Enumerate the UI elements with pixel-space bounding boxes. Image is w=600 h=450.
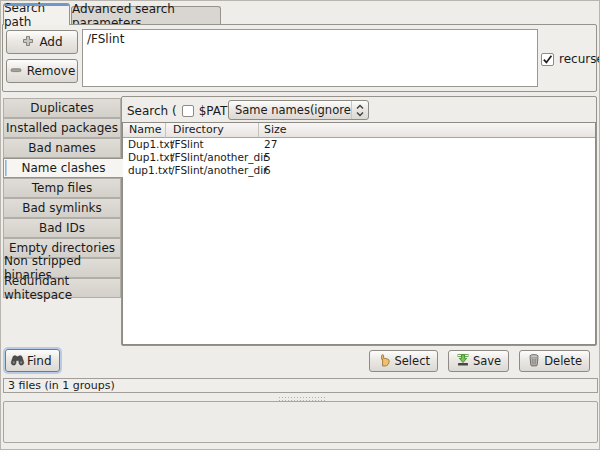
remove-button[interactable]: Remove <box>6 59 78 83</box>
cell-directory: /FSlint/another_dir <box>166 151 259 164</box>
minus-icon <box>9 63 23 80</box>
sidebar-label: Bad symlinks <box>22 201 102 215</box>
results-body: Dup1.txt /FSlint 27 Dup1.txt /FSlint/ano… <box>123 138 595 177</box>
delete-button[interactable]: Delete <box>519 350 590 372</box>
table-row[interactable]: Dup1.txt /FSlint 27 <box>123 138 595 151</box>
recurse-option: recurse? <box>541 52 600 66</box>
save-button-label: Save <box>473 354 501 368</box>
sidebar-label: Bad names <box>28 141 95 155</box>
sidebar-item-bad-ids[interactable]: Bad IDs <box>3 218 121 238</box>
search-type-dropdown[interactable]: Same names(ignore case) <box>228 100 369 120</box>
delete-button-label: Delete <box>544 354 582 368</box>
cell-size: 5 <box>259 151 595 164</box>
plus-icon <box>21 34 35 51</box>
find-button[interactable]: Find <box>5 349 60 372</box>
sidebar-item-name-clashes[interactable]: Name clashes <box>3 158 123 178</box>
select-button-label: Select <box>394 354 429 368</box>
sidebar-item-bad-symlinks[interactable]: Bad symlinks <box>3 198 121 218</box>
sidebar-label: Name clashes <box>22 161 106 175</box>
add-button-label: Add <box>39 35 62 49</box>
save-arrow-icon <box>456 353 470 370</box>
results-header: Name Directory Size <box>123 123 595 138</box>
column-header-directory[interactable]: Directory <box>166 123 259 138</box>
sidebar-item-installed-packages[interactable]: Installed packages <box>3 118 121 138</box>
status-bar: 3 files (in 1 groups) <box>3 378 598 393</box>
sidebar-item-bad-names[interactable]: Bad names <box>3 138 121 158</box>
sidebar-item-redundant-whitespace[interactable]: Redundant whitespace <box>3 278 121 298</box>
cell-directory: /FSlint <box>166 138 259 151</box>
add-button[interactable]: Add <box>6 30 78 54</box>
trash-icon <box>527 353 541 370</box>
column-header-size[interactable]: Size <box>259 123 595 138</box>
result-actions: Select Save Delete <box>369 350 590 372</box>
hand-pointer-icon <box>377 353 391 370</box>
search-path-value: /FSlint <box>87 32 124 46</box>
sidebar-label: Installed packages <box>6 121 118 135</box>
sidebar-label: Redundant whitespace <box>4 274 120 302</box>
recurse-checkbox[interactable] <box>541 53 554 66</box>
results-list: Name Directory Size Dup1.txt /FSlint 27 … <box>122 122 596 345</box>
remove-button-label: Remove <box>27 64 76 78</box>
sidebar-label: Duplicates <box>30 101 93 115</box>
sidebar-label: Temp files <box>32 181 92 195</box>
status-text: 3 files (in 1 groups) <box>8 379 115 392</box>
table-row[interactable]: dup1.txt /FSlint/another_dir 6 <box>123 164 595 177</box>
tab-advanced-search-parameters[interactable]: Advanced search parameters <box>71 6 221 25</box>
save-button[interactable]: Save <box>448 350 509 372</box>
search-path-textarea[interactable]: /FSlint <box>82 29 538 87</box>
sidebar-label: Bad IDs <box>39 221 85 235</box>
column-header-name[interactable]: Name <box>123 123 166 138</box>
table-row[interactable]: Dup1.txt /FSlint/another_dir 5 <box>123 151 595 164</box>
cell-directory: /FSlint/another_dir <box>166 164 259 177</box>
sidebar-label: Empty directories <box>9 241 115 255</box>
cell-size: 6 <box>259 164 595 177</box>
tab-search-path[interactable]: Search path <box>3 3 70 25</box>
search-type-value: Same names(ignore case) <box>229 103 351 117</box>
sidebar-item-temp-files[interactable]: Temp files <box>3 178 121 198</box>
sidebar-item-duplicates[interactable]: Duplicates <box>3 98 121 118</box>
search-label-prefix: Search ( <box>127 104 177 118</box>
chevron-up-down-icon <box>351 101 368 119</box>
cell-name: dup1.txt <box>123 164 166 177</box>
cell-size: 27 <box>259 138 595 151</box>
fslint-window: Search path Advanced search parameters A… <box>0 0 600 450</box>
path-checkbox[interactable] <box>182 105 194 117</box>
select-button[interactable]: Select <box>369 350 437 372</box>
cell-name: Dup1.txt <box>123 138 166 151</box>
cell-name: Dup1.txt <box>123 151 166 164</box>
extra-info-panel <box>3 401 598 443</box>
find-button-label: Find <box>27 354 52 368</box>
binoculars-icon <box>10 352 25 369</box>
tab-search-path-label: Search path <box>4 1 69 29</box>
recurse-label: recurse? <box>559 52 600 66</box>
